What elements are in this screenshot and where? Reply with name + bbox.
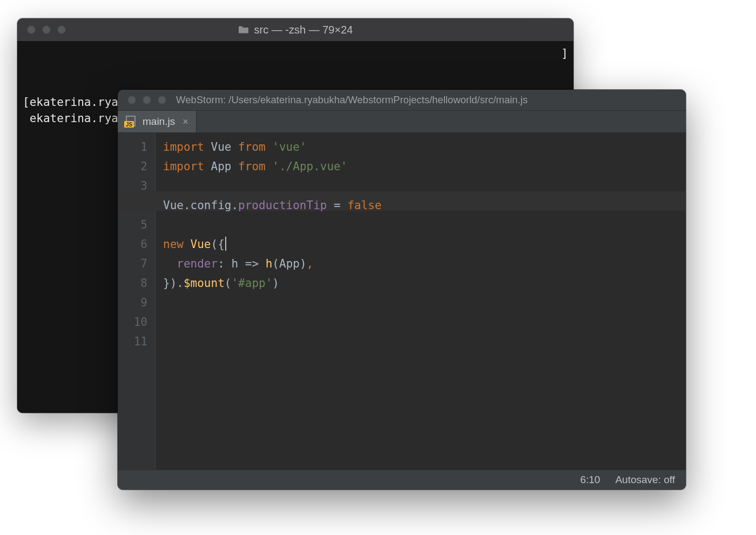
ide-title: WebStorm: /Users/ekaterina.ryabukha/Webs… [166, 94, 686, 106]
line-number[interactable]: 5 [118, 215, 147, 235]
code-token: h [266, 257, 273, 270]
code-token: false [347, 199, 381, 212]
code-line[interactable] [163, 215, 686, 235]
editor-tabs: JS main.js × [118, 111, 686, 133]
line-number[interactable]: 1 [118, 137, 147, 157]
folder-icon [238, 25, 249, 34]
code-token: ( [272, 257, 279, 270]
code-token: import [163, 141, 211, 153]
code-line[interactable]: Vue.config.productionTip = false [163, 196, 686, 215]
line-number[interactable]: 6 [118, 235, 147, 254]
code-token: Vue.config. [163, 199, 238, 212]
code-token: import [163, 160, 211, 173]
code-line[interactable]: render: h => h(App), [163, 254, 686, 273]
code-token: => [238, 257, 266, 270]
code-editor[interactable]: import Vue from 'vue'import App from './… [156, 133, 686, 470]
code-token: ) [300, 257, 307, 270]
code-token: : [218, 257, 231, 270]
line-number[interactable]: 2 [118, 157, 147, 176]
code-token: render [177, 257, 218, 270]
code-token: '#app' [231, 277, 272, 290]
code-token: Vue [191, 238, 211, 251]
code-token: App [279, 257, 300, 270]
code-line[interactable]: import App from './App.vue' [163, 157, 686, 176]
code-token: new [163, 238, 191, 251]
code-token: }). [163, 277, 184, 290]
line-number[interactable]: 10 [118, 312, 147, 332]
close-icon[interactable] [127, 96, 136, 104]
code-token: ) [272, 277, 279, 290]
status-bar: 6:10 Autosave: off [118, 470, 686, 490]
code-line[interactable] [163, 332, 686, 351]
code-token: App [211, 160, 239, 173]
code-token: Vue [211, 141, 239, 153]
minimize-icon[interactable] [143, 96, 151, 104]
tab-label: main.js [143, 116, 175, 128]
code-token: productionTip [238, 199, 327, 212]
editor-area: 1234567891011 import Vue from 'vue'impor… [118, 133, 686, 470]
close-tab-icon[interactable]: × [180, 116, 188, 128]
zoom-icon[interactable] [57, 25, 66, 34]
code-token: = [327, 199, 347, 212]
code-token: ({ [211, 238, 225, 251]
minimize-icon[interactable] [42, 25, 51, 34]
code-line[interactable]: new Vue({ [163, 235, 686, 254]
js-file-icon: JS [124, 116, 137, 128]
terminal-right-bracket: ] [561, 45, 568, 62]
code-token [163, 257, 177, 270]
code-token: 'vue' [272, 141, 306, 153]
code-token: from [238, 160, 272, 173]
code-line[interactable]: }).$mount('#app') [163, 273, 686, 293]
ide-titlebar[interactable]: WebStorm: /Users/ekaterina.ryabukha/Webs… [118, 90, 686, 111]
code-token: $mount [184, 277, 225, 290]
autosave-status[interactable]: Autosave: off [615, 474, 675, 486]
line-number[interactable]: 9 [118, 293, 147, 312]
code-token: , [307, 257, 314, 270]
zoom-icon[interactable] [158, 96, 166, 104]
editor-caret [225, 237, 226, 251]
ide-traffic-lights [118, 96, 166, 104]
terminal-title-text: src — -zsh — 79×24 [254, 24, 353, 36]
code-line[interactable] [163, 176, 686, 196]
line-number[interactable]: 11 [118, 332, 147, 351]
ide-window: WebStorm: /Users/ekaterina.ryabukha/Webs… [118, 90, 686, 490]
code-token: h [231, 257, 238, 270]
code-token: './App.vue' [272, 160, 347, 173]
cursor-position[interactable]: 6:10 [580, 474, 600, 486]
line-number[interactable]: 7 [118, 254, 147, 273]
line-gutter[interactable]: 1234567891011 [118, 133, 156, 470]
code-line[interactable] [163, 293, 686, 312]
code-token: ( [225, 277, 232, 290]
terminal-traffic-lights [17, 25, 66, 34]
line-number[interactable]: 8 [118, 273, 147, 293]
terminal-title: src — -zsh — 79×24 [17, 24, 573, 36]
tab-main-js[interactable]: JS main.js × [118, 111, 197, 132]
svg-text:JS: JS [126, 122, 133, 128]
code-token: from [238, 141, 272, 153]
terminal-titlebar[interactable]: src — -zsh — 79×24 [17, 18, 573, 41]
close-icon[interactable] [27, 25, 36, 34]
code-line[interactable] [163, 312, 686, 332]
code-line[interactable]: import Vue from 'vue' [163, 137, 686, 157]
